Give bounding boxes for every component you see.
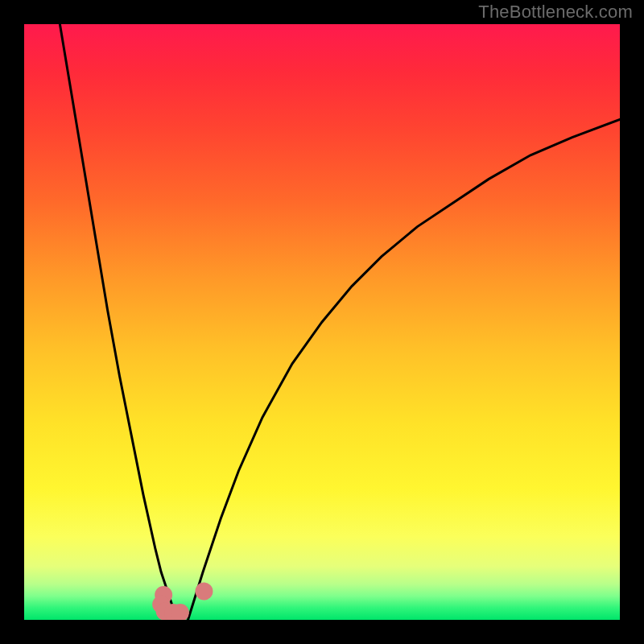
chart-svg — [24, 24, 620, 620]
curve-left-branch — [60, 24, 175, 620]
marker-dot — [195, 582, 213, 600]
chart-frame: TheBottleneck.com — [0, 0, 644, 644]
curve-right-branch — [188, 119, 621, 620]
marker-cluster — [152, 582, 213, 620]
plot-area — [24, 24, 620, 620]
watermark-text: TheBottleneck.com — [478, 2, 633, 23]
